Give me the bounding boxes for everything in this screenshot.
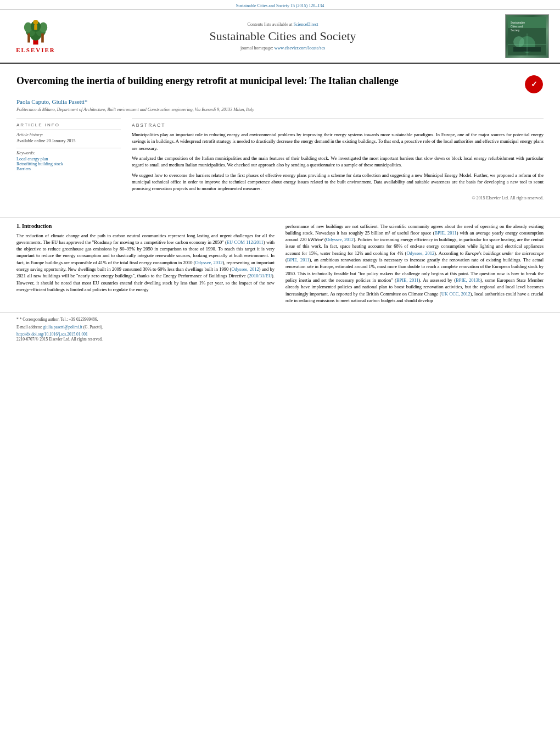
doi-line: http://dx.doi.org/10.1016/j.scs.2015.01.… (16, 332, 544, 337)
journal-thumbnail: Sustainable Cities and Society (505, 14, 549, 58)
section1-title: 1. Introduction (16, 223, 275, 229)
eu-com-link[interactable]: EU COM 112/2011 (227, 239, 264, 245)
article-info-label: ARTICLE INFO (16, 122, 121, 127)
odyssee-2012-link-2[interactable]: Odyssee, 2012 (231, 266, 259, 272)
abstract-para-1: Municipalities play an important role in… (132, 131, 544, 152)
svg-point-17 (513, 36, 524, 47)
issn-line: 2210-6707/© 2015 Elsevier Ltd. All right… (16, 337, 544, 342)
body-content: 1. Introduction The reduction of climate… (0, 223, 560, 307)
elsevier-logo: ELSEVIER (11, 19, 60, 53)
article-info-column: ARTICLE INFO Article history: Available … (16, 119, 121, 200)
odyssee-2012-link-3[interactable]: Odyssee, 2012 (326, 237, 354, 242)
crossmark-icon[interactable]: ✓ CrossMark (524, 75, 544, 94)
bpie-2013b-link[interactable]: BPIE, 2013b (456, 277, 480, 283)
body-right-text: performance of new buildings are not suf… (285, 223, 544, 304)
doi-link[interactable]: http://dx.doi.org/10.1016/j.scs.2015.01.… (16, 332, 88, 337)
sciencedirect-link[interactable]: ScienceDirect (294, 22, 318, 27)
bpie-2011-link-2[interactable]: BPIE, 2011 (287, 257, 310, 263)
article-title: Overcoming the inertia of building energ… (16, 75, 524, 87)
svg-rect-7 (27, 34, 30, 43)
epbd-link[interactable]: 2010/31/EU (249, 273, 272, 278)
body-left-text: The reduction of climate change and the … (16, 232, 275, 293)
body-para-1: The reduction of climate change and the … (16, 232, 275, 293)
footer-section: * * Corresponding author. Tel.: +39 0223… (0, 312, 560, 345)
journal-top-bar: Sustainable Cities and Society 15 (2015)… (0, 0, 560, 10)
abstract-copyright: © 2015 Elsevier Ltd. All rights reserved… (132, 196, 544, 200)
journal-title: Sustainable Cities and Society (60, 29, 505, 43)
svg-text:CrossMark: CrossMark (529, 90, 539, 93)
journal-homepage-link[interactable]: www.elsevier.com/locate/scs (275, 46, 325, 51)
footnote-author: * * Corresponding author. Tel.: +39 0223… (16, 317, 544, 323)
history-value: Available online 20 January 2015 (16, 138, 121, 143)
journal-center-header: Contents lists available at ScienceDirec… (60, 22, 505, 51)
elsevier-brand: ELSEVIER (16, 47, 55, 53)
svg-text:Cities and: Cities and (511, 25, 523, 28)
keyword-2: Retrofitting building stock (16, 161, 121, 166)
contents-line: Contents lists available at ScienceDirec… (60, 22, 505, 27)
abstract-section: ABSTRACT Municipalities play an importan… (132, 119, 544, 200)
svg-point-9 (33, 20, 38, 25)
section-divider (0, 217, 560, 217)
history-label: Article history: (16, 132, 121, 137)
body-para-2: performance of new buildings are not suf… (285, 223, 544, 304)
svg-rect-8 (41, 34, 44, 43)
abstract-column: ABSTRACT Municipalities play an importan… (132, 119, 544, 200)
article-title-section: Overcoming the inertia of building energ… (16, 75, 544, 94)
elsevier-tree-icon (19, 19, 52, 46)
body-right-column: performance of new buildings are not suf… (285, 223, 544, 307)
journal-homepage: journal homepage: www.elsevier.com/locat… (60, 46, 505, 51)
svg-text:Society: Society (511, 29, 520, 32)
keyword-1: Local energy plan (16, 157, 121, 161)
abstract-title: ABSTRACT (132, 119, 544, 128)
journal-header: ELSEVIER Contents lists available at Sci… (0, 10, 560, 64)
abstract-text: Municipalities play an important role in… (132, 131, 544, 192)
bpie-2011-link-3[interactable]: BPIE, 2011 (396, 277, 419, 283)
footnote-email: E-mail address: giulia.pasetti@polimi.it… (16, 325, 544, 331)
svg-text:Sustainable: Sustainable (511, 21, 525, 24)
keywords-label: Keywords: (16, 150, 121, 155)
article-content: Overcoming the inertia of building energ… (0, 64, 560, 211)
affiliation: Politecnico di Milano, Department of Arc… (16, 107, 544, 112)
uk-ccc-link[interactable]: UK CCC, 2012 (441, 291, 471, 297)
journal-citation: Sustainable Cities and Society 15 (2015)… (236, 3, 324, 8)
odyssee-2012-link-4[interactable]: Odyssee, 2012 (406, 250, 434, 256)
body-left-column: 1. Introduction The reduction of climate… (16, 223, 275, 307)
keyword-3: Barriers (16, 166, 121, 171)
abstract-para-3: We suggest how to overcome the barriers … (132, 172, 544, 192)
journal-cover-image: Sustainable Cities and Society (508, 17, 546, 55)
abstract-para-2: We analyzed the composition of the Itali… (132, 155, 544, 169)
authors: Paola Caputo, Giulia Pasetti* (16, 98, 544, 105)
article-info-abstract: ARTICLE INFO Article history: Available … (16, 119, 544, 200)
svg-text:✓: ✓ (531, 80, 537, 88)
svg-rect-10 (34, 25, 37, 30)
article-info-box: ARTICLE INFO Article history: Available … (16, 119, 121, 171)
odyssee-2012-link-1[interactable]: Odyssee, 2012 (195, 260, 222, 265)
bpie-2011-link-1[interactable]: BPIE, 2011 (434, 230, 456, 236)
email-link[interactable]: giulia.pasetti@polimi.it (43, 325, 82, 330)
